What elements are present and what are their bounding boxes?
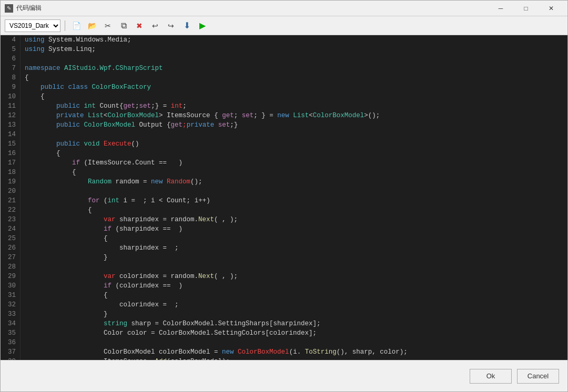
copy-button[interactable]: ⧉ <box>117 19 130 33</box>
table-row: Random random = new Random(); <box>25 177 563 187</box>
main-window: ✎ 代码编辑 ─ □ ✕ VS2019_Dark VS2019_Light Da… <box>0 0 568 392</box>
toolbar: VS2019_Dark VS2019_Light Dark Light 📄 📂 … <box>1 16 567 35</box>
line-numbers: 4567891011121314151617181920212223242526… <box>1 35 21 360</box>
table-row <box>25 54 563 64</box>
table-row: var colorindex = random.Next( , ); <box>25 272 563 281</box>
undo-button[interactable]: ↩ <box>148 19 162 33</box>
table-row: { <box>25 234 563 243</box>
bottom-bar: Ok Cancel <box>1 360 567 391</box>
table-row <box>25 262 563 272</box>
table-row: namespace AIStudio.Wpf.CSharpScript <box>25 64 563 73</box>
table-row: { <box>25 168 563 177</box>
cut-button[interactable]: ✂ <box>101 19 115 33</box>
table-row: } <box>25 310 563 319</box>
table-row: for (int i = ; i < Count; i++) <box>25 196 563 205</box>
table-row: { <box>25 205 563 215</box>
open-file-button[interactable]: 📂 <box>85 19 99 33</box>
run-button[interactable]: ▶ <box>196 19 209 33</box>
table-row: { <box>25 73 563 82</box>
window-title: 代码编辑 <box>16 4 42 13</box>
table-row: if (sharpindex == ) <box>25 224 563 234</box>
table-row: sharpindex = ; <box>25 243 563 253</box>
table-row: { <box>25 149 563 158</box>
title-bar-controls: ─ □ ✕ <box>489 1 563 16</box>
table-row: Color color = ColorBoxModel.SettingColor… <box>25 328 563 338</box>
download-button[interactable]: ⬇ <box>180 19 194 33</box>
table-row: public int Count{get;set;} = int; <box>25 101 563 111</box>
theme-selector[interactable]: VS2019_Dark VS2019_Light Dark Light <box>5 19 60 32</box>
code-container[interactable]: 4567891011121314151617181920212223242526… <box>1 35 567 360</box>
title-bar-left: ✎ 代码编辑 <box>5 4 42 13</box>
table-row: var sharpindex = random.Next( , ); <box>25 215 563 224</box>
ok-button[interactable]: Ok <box>470 369 512 384</box>
maximize-button[interactable]: □ <box>514 1 538 16</box>
editor-area: 4567891011121314151617181920212223242526… <box>1 35 567 360</box>
minimize-button[interactable]: ─ <box>489 1 513 16</box>
table-row: string sharp = ColorBoxModel.SettingShar… <box>25 319 563 328</box>
table-row: colorindex = ; <box>25 300 563 310</box>
app-icon: ✎ <box>5 4 13 13</box>
code-content[interactable]: using System.Windows.Media;using System.… <box>21 35 567 360</box>
table-row: if (colorindex == ) <box>25 281 563 291</box>
table-row: { <box>25 92 563 101</box>
table-row: public ColorBoxModel Output {get;private… <box>25 120 563 130</box>
table-row: { <box>25 291 563 300</box>
cancel-button[interactable]: Cancel <box>517 369 559 384</box>
close-button[interactable]: ✕ <box>539 1 563 16</box>
table-row <box>25 338 563 347</box>
table-row: private List<ColorBoxModel> ItemsSource … <box>25 111 563 120</box>
table-row: using System.Windows.Media; <box>25 35 563 45</box>
table-row: using System.Linq; <box>25 45 563 54</box>
table-row: } <box>25 253 563 262</box>
table-row: if (ItemsSource.Count == ) <box>25 158 563 168</box>
toolbar-separator-1 <box>65 20 65 31</box>
redo-button[interactable]: ↪ <box>164 19 178 33</box>
table-row <box>25 187 563 196</box>
table-row <box>25 130 563 139</box>
table-row: public void Execute() <box>25 139 563 149</box>
title-bar: ✎ 代码编辑 ─ □ ✕ <box>1 1 567 16</box>
delete-button[interactable]: ✖ <box>133 19 146 33</box>
table-row: public class ColorBoxFactory <box>25 82 563 92</box>
new-file-button[interactable]: 📄 <box>69 19 83 33</box>
table-row: ColorBoxModel colorBoxModel = new ColorB… <box>25 347 563 357</box>
